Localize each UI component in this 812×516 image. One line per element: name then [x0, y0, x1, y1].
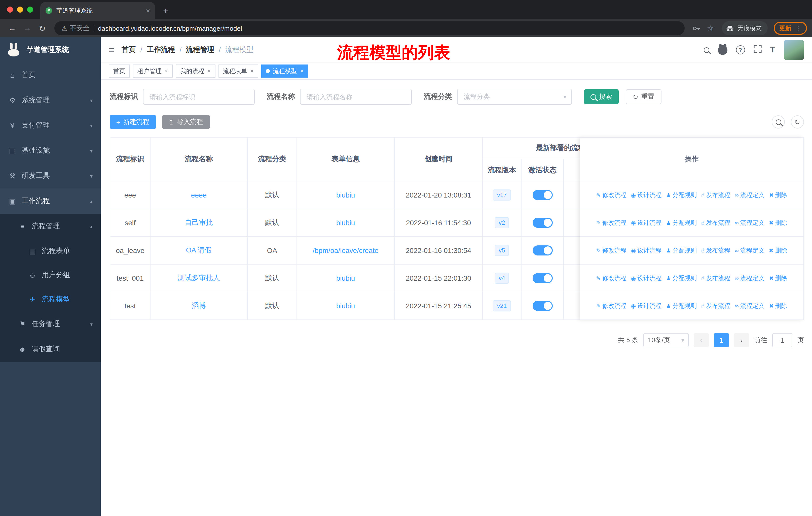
sidebar-item-payment[interactable]: ¥ 支付管理 ▾ [0, 113, 101, 138]
action-publish-link[interactable]: ☝发布流程 [701, 246, 730, 255]
action-design-link[interactable]: ◉设计流程 [631, 191, 662, 199]
address-bar[interactable]: ⚠ 不安全 dashboard.yudao.iocoder.cn/bpm/man… [54, 21, 685, 35]
form-link[interactable]: /bpm/oa/leave/create [313, 246, 379, 254]
search-button[interactable]: 搜索 [584, 89, 619, 104]
action-modify-link[interactable]: ✎修改流程 [596, 302, 627, 310]
active-toggle[interactable] [532, 245, 552, 255]
sidebar-item-devtools[interactable]: ⚒ 研发工具 ▾ [0, 163, 101, 188]
action-modify-link[interactable]: ✎修改流程 [596, 274, 627, 282]
help-icon[interactable]: ? [736, 45, 745, 54]
close-window-button[interactable] [7, 6, 13, 12]
active-toggle[interactable] [532, 218, 552, 228]
tag-process-model[interactable]: 流程模型 × [261, 64, 308, 78]
active-toggle[interactable] [532, 273, 552, 283]
reset-button[interactable]: ↻ 重置 [626, 89, 662, 104]
form-link[interactable]: biubiu [336, 219, 355, 227]
process-name-link[interactable]: 测试多审批人 [178, 274, 220, 283]
page-number-button[interactable]: 1 [714, 333, 729, 347]
breadcrumb-process-management[interactable]: 流程管理 [186, 45, 214, 54]
action-modify-link[interactable]: ✎修改流程 [596, 218, 627, 227]
action-delete-link[interactable]: ✖删除 [769, 191, 787, 199]
url-text[interactable]: dashboard.yudao.iocoder.cn/bpm/manager/m… [98, 24, 242, 32]
action-definition-link[interactable]: ∞流程定义 [735, 302, 764, 310]
active-toggle[interactable] [532, 301, 552, 311]
page-size-select[interactable]: 10条/页 ▾ [643, 333, 689, 347]
tag-home[interactable]: 首页 [109, 64, 130, 78]
form-link[interactable]: biubiu [336, 302, 355, 310]
back-icon[interactable]: ← [5, 21, 19, 35]
action-publish-link[interactable]: ☝发布流程 [701, 218, 730, 227]
action-delete-link[interactable]: ✖删除 [769, 246, 787, 255]
goto-page-input[interactable] [772, 333, 792, 347]
form-link[interactable]: biubiu [336, 191, 355, 199]
action-assign-link[interactable]: ♟分配规则 [666, 191, 697, 199]
action-delete-link[interactable]: ✖删除 [769, 218, 787, 227]
show-search-button[interactable] [772, 115, 785, 129]
process-name-link[interactable]: eeee [191, 191, 207, 199]
process-name-input[interactable] [300, 89, 412, 105]
breadcrumb-home[interactable]: 首页 [122, 45, 136, 54]
forward-icon[interactable]: → [20, 21, 34, 35]
new-tab-button[interactable]: + [163, 6, 168, 16]
password-key-icon[interactable] [690, 22, 703, 35]
sidebar-item-infrastructure[interactable]: ▤ 基础设施 ▾ [0, 138, 101, 163]
action-publish-link[interactable]: ☝发布流程 [701, 274, 730, 282]
action-definition-link[interactable]: ∞流程定义 [735, 218, 764, 227]
bookmark-star-icon[interactable]: ☆ [704, 22, 717, 35]
reload-icon[interactable]: ↻ [35, 21, 49, 35]
app-logo[interactable]: 芋道管理系统 [0, 37, 101, 62]
sidebar-item-home[interactable]: ⌂ 首页 [0, 62, 101, 88]
sidebar-item-leave-query[interactable]: ☻ 请假查询 [0, 336, 101, 362]
incognito-badge[interactable]: 无痕模式 [722, 21, 768, 35]
security-warning[interactable]: ⚠ 不安全 [61, 24, 89, 33]
action-publish-link[interactable]: ☝发布流程 [701, 191, 730, 199]
action-assign-link[interactable]: ♟分配规则 [666, 302, 697, 310]
action-design-link[interactable]: ◉设计流程 [631, 274, 662, 282]
prev-page-button[interactable]: ‹ [694, 333, 709, 347]
action-design-link[interactable]: ◉设计流程 [631, 218, 662, 227]
process-name-link[interactable]: 自己审批 [185, 218, 213, 227]
tag-process-form[interactable]: 流程表单 × [219, 64, 258, 78]
process-name-link[interactable]: OA 请假 [186, 246, 212, 255]
action-delete-link[interactable]: ✖删除 [769, 302, 787, 310]
action-delete-link[interactable]: ✖删除 [769, 274, 787, 282]
process-name-link[interactable]: 滔博 [192, 301, 206, 310]
action-definition-link[interactable]: ∞流程定义 [735, 274, 764, 282]
github-icon[interactable] [718, 45, 727, 55]
action-modify-link[interactable]: ✎修改流程 [596, 191, 627, 199]
category-select[interactable]: 流程分类 ▾ [457, 89, 572, 105]
action-assign-link[interactable]: ♟分配规则 [666, 246, 697, 255]
sidebar-item-process-model[interactable]: ✈ 流程模型 [0, 287, 101, 311]
active-toggle[interactable] [532, 190, 552, 200]
sidebar-item-process-management[interactable]: ≡ 流程管理 ▴ [0, 214, 101, 239]
next-page-button[interactable]: › [734, 333, 749, 347]
process-key-input[interactable] [143, 89, 255, 105]
browser-menu-icon[interactable]: ⋮ [795, 24, 802, 32]
action-design-link[interactable]: ◉设计流程 [631, 246, 662, 255]
action-publish-link[interactable]: ☝发布流程 [701, 302, 730, 310]
sidebar-item-task-management[interactable]: ⚑ 任务管理 ▾ [0, 311, 101, 336]
import-process-button[interactable]: ↥ 导入流程 [162, 115, 210, 129]
browser-tab[interactable]: 芋道管理系统 × [40, 2, 155, 19]
tag-tenant[interactable]: 租户管理 × [133, 64, 173, 78]
search-icon[interactable] [703, 47, 709, 53]
browser-update-button[interactable]: 更新 ⋮ [774, 22, 807, 35]
close-icon[interactable]: × [165, 67, 168, 75]
action-definition-link[interactable]: ∞流程定义 [735, 191, 764, 199]
action-definition-link[interactable]: ∞流程定义 [735, 246, 764, 255]
breadcrumb-workflow[interactable]: 工作流程 [147, 45, 175, 54]
maximize-window-button[interactable] [27, 6, 33, 12]
action-modify-link[interactable]: ✎修改流程 [596, 246, 627, 255]
action-assign-link[interactable]: ♟分配规则 [666, 274, 697, 282]
tab-close-icon[interactable]: × [146, 6, 150, 15]
sidebar-item-workflow[interactable]: ▣ 工作流程 ▴ [0, 188, 101, 214]
form-link[interactable]: biubiu [336, 274, 355, 282]
refresh-table-button[interactable]: ↻ [791, 115, 804, 129]
action-design-link[interactable]: ◉设计流程 [631, 302, 662, 310]
font-size-icon[interactable]: T [770, 45, 775, 55]
sidebar-toggle-icon[interactable]: ≡ [109, 44, 115, 56]
sidebar-item-system[interactable]: ⚙ 系统管理 ▾ [0, 88, 101, 113]
close-icon[interactable]: × [250, 67, 254, 75]
action-assign-link[interactable]: ♟分配规则 [666, 218, 697, 227]
sidebar-item-process-form[interactable]: ▤ 流程表单 [0, 239, 101, 263]
